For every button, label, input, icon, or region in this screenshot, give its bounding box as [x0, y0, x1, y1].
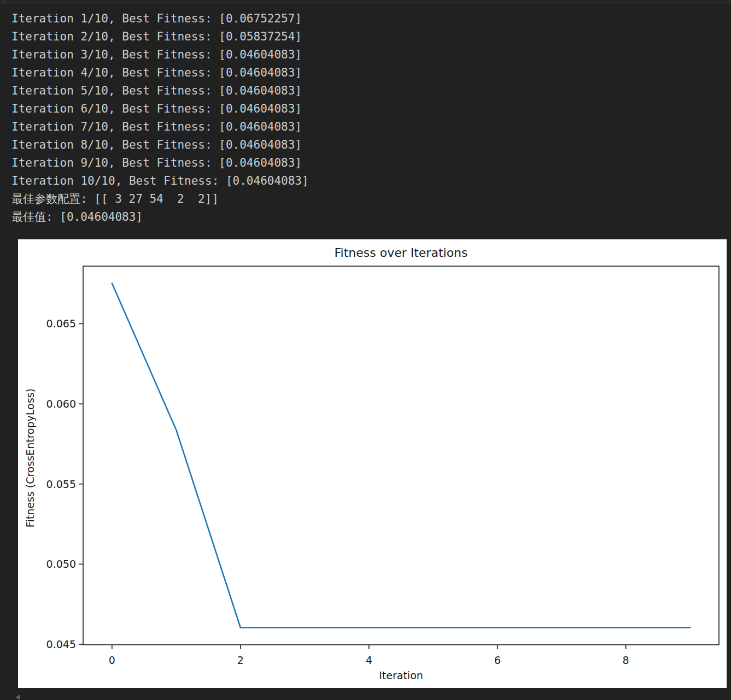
- x-tick-label: 0: [109, 654, 115, 666]
- terminal-line: Iteration 1/10, Best Fitness: [0.0675225…: [11, 10, 731, 28]
- terminal-line: Iteration 9/10, Best Fitness: [0.0460408…: [11, 154, 731, 172]
- notebook-output-screen: { "terminal": { "text_color": "#cccccc",…: [0, 0, 731, 700]
- fitness-chart-figure: 024680.0450.0500.0550.0600.065 Fitness o…: [18, 239, 727, 688]
- cell-boundary-notch: [4, 0, 5, 3]
- y-axis-label: Fitness (CrossEntropyLoss): [24, 389, 36, 527]
- x-tick-label: 2: [237, 654, 244, 666]
- y-tick-label: 0.065: [46, 317, 76, 330]
- terminal-line: Iteration 4/10, Best Fitness: [0.0460408…: [11, 64, 731, 82]
- x-tick-label: 4: [366, 654, 372, 666]
- y-tick-label: 0.055: [46, 478, 76, 490]
- x-tick-label: 6: [494, 654, 501, 666]
- axes-frame: [83, 266, 719, 645]
- terminal-line: 最佳值: [0.04604083]: [11, 208, 731, 226]
- terminal-output: Iteration 1/10, Best Fitness: [0.0675225…: [0, 3, 731, 226]
- terminal-line: Iteration 8/10, Best Fitness: [0.0460408…: [11, 136, 731, 154]
- x-axis-label: Iteration: [83, 669, 719, 681]
- terminal-line: Iteration 3/10, Best Fitness: [0.0460408…: [11, 46, 731, 64]
- y-tick-label: 0.045: [46, 638, 76, 650]
- chart-title: Fitness over Iterations: [83, 246, 719, 260]
- terminal-line: 最佳参数配置: [[ 3 27 54 2 2]]: [11, 190, 731, 208]
- terminal-line: Iteration 10/10, Best Fitness: [0.046040…: [11, 172, 731, 190]
- output-resize-triangle-icon[interactable]: [15, 695, 20, 700]
- terminal-line: Iteration 5/10, Best Fitness: [0.0460408…: [11, 82, 731, 100]
- y-tick-label: 0.050: [46, 558, 76, 570]
- line-chart-canvas: 024680.0450.0500.0550.0600.065: [18, 239, 727, 688]
- y-tick-label: 0.060: [46, 398, 76, 410]
- x-tick-label: 8: [623, 654, 629, 666]
- terminal-line: Iteration 7/10, Best Fitness: [0.0460408…: [11, 118, 731, 136]
- terminal-line: Iteration 6/10, Best Fitness: [0.0460408…: [11, 100, 731, 118]
- terminal-line: Iteration 2/10, Best Fitness: [0.0583725…: [11, 28, 731, 46]
- fitness-line: [112, 284, 690, 628]
